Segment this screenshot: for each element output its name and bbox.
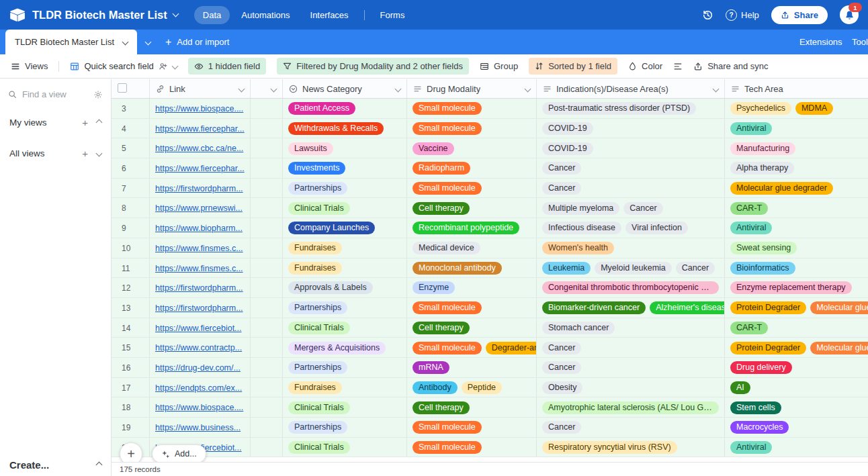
cell-indication[interactable]: Cancer: [537, 418, 725, 437]
cell-news[interactable]: Partnerships: [283, 358, 407, 377]
cell-link[interactable]: https://firstwordpharm...: [150, 278, 251, 297]
cell-spacer[interactable]: [251, 119, 283, 138]
cell-rownum[interactable]: 11: [112, 258, 150, 278]
cell-spacer[interactable]: [251, 198, 283, 218]
chevron-up-icon[interactable]: [96, 120, 103, 126]
record-link[interactable]: https://www.biospace....: [155, 403, 243, 412]
column-header-indication[interactable]: Indication(s)/Disease Area(s): [537, 79, 725, 98]
cell-indication[interactable]: Congenital thrombotic thrombocytopenic p…: [537, 278, 725, 297]
filter-button[interactable]: Filtered by Drug Modality and 2 other fi…: [277, 58, 469, 75]
cell-tech[interactable]: Antiviral: [725, 119, 868, 138]
cell-spacer[interactable]: [251, 158, 283, 178]
record-link[interactable]: https://firstwordpharm...: [155, 303, 243, 313]
cell-tech[interactable]: Protein DegraderMolecular glue degrader: [725, 338, 868, 357]
cell-news[interactable]: Fundraises: [283, 238, 407, 258]
cell-modality[interactable]: AntibodyPeptide: [407, 378, 537, 397]
row-height-button[interactable]: [673, 62, 683, 71]
record-link[interactable]: https://www.finsmes.c...: [155, 264, 243, 273]
sort-button[interactable]: Sorted by 1 field: [529, 58, 617, 75]
tab-interfaces[interactable]: Interfaces: [302, 6, 357, 24]
cell-news[interactable]: Partnerships: [283, 179, 407, 198]
cell-modality[interactable]: Small molecule: [407, 179, 537, 198]
record-link[interactable]: https://www.biopharm...: [155, 224, 243, 233]
cell-news[interactable]: Clinical Trials: [283, 198, 407, 218]
cell-rownum[interactable]: 5: [112, 138, 150, 158]
cell-indication[interactable]: Cancer: [537, 179, 725, 198]
cell-tech[interactable]: AI: [725, 378, 868, 397]
cell-spacer[interactable]: [251, 278, 283, 297]
cell-news[interactable]: Approvals & Labels: [283, 278, 407, 297]
my-views-section[interactable]: My views +: [9, 117, 101, 128]
cell-indication[interactable]: Respiratory syncytial virus (RSV): [537, 438, 725, 457]
cell-rownum[interactable]: 13: [112, 298, 150, 318]
cell-spacer[interactable]: [251, 258, 283, 278]
cell-indication[interactable]: Multiple myelomaCancer: [537, 198, 725, 218]
cell-modality[interactable]: mRNA: [407, 358, 537, 377]
add-or-import-button[interactable]: + Add or import: [165, 37, 229, 48]
cell-rownum[interactable]: 18: [112, 397, 150, 417]
record-link[interactable]: https://www.cbc.ca/ne...: [155, 144, 243, 153]
record-link[interactable]: https://firstwordpharm...: [155, 283, 243, 293]
cell-rownum[interactable]: 16: [112, 358, 150, 377]
cell-spacer[interactable]: [251, 218, 283, 238]
cell-spacer[interactable]: [251, 99, 283, 118]
cell-news[interactable]: Clinical Trials: [283, 318, 407, 338]
cell-modality[interactable]: Small molecule: [407, 438, 537, 457]
chevron-down-icon[interactable]: [96, 150, 103, 157]
cell-news[interactable]: Fundraises: [283, 258, 407, 278]
cell-link[interactable]: https://www.biospace....: [150, 99, 251, 118]
cell-news[interactable]: Fundraises: [283, 378, 407, 397]
help-button[interactable]: ? Help: [726, 9, 759, 21]
cell-tech[interactable]: Macrocycles: [725, 418, 868, 437]
cell-news[interactable]: Investments: [283, 158, 407, 178]
record-link[interactable]: https://drug-dev.com/...: [155, 363, 241, 373]
cell-spacer[interactable]: [251, 338, 283, 357]
record-link[interactable]: https://www.finsmes.c...: [155, 244, 243, 253]
cell-modality[interactable]: Small molecule: [407, 418, 537, 437]
cell-link[interactable]: https://www.cbc.ca/ne...: [150, 138, 251, 158]
cell-modality[interactable]: Small molecule: [407, 298, 537, 318]
cell-news[interactable]: Withdrawals & Recalls: [283, 119, 407, 138]
cell-spacer[interactable]: [251, 378, 283, 397]
cell-link[interactable]: https://www.fiercebiot...: [150, 318, 251, 338]
cell-tech[interactable]: Drug delivery: [725, 358, 868, 377]
cell-modality[interactable]: Medical device: [407, 238, 537, 258]
record-link[interactable]: https://www.fiercephar...: [155, 164, 245, 173]
hidden-fields-button[interactable]: 1 hidden field: [188, 58, 266, 75]
record-link[interactable]: https://www.prnewswi...: [155, 203, 243, 213]
cell-link[interactable]: https://www.biospace....: [150, 397, 251, 417]
tab-data[interactable]: Data: [194, 6, 230, 24]
cell-rownum[interactable]: 12: [112, 278, 150, 297]
cell-spacer[interactable]: [251, 238, 283, 258]
cell-spacer[interactable]: [251, 397, 283, 417]
cell-rownum[interactable]: 19: [112, 418, 150, 437]
cell-indication[interactable]: Post-traumatic stress disorder (PTSD): [537, 99, 725, 118]
table-list-expand-button[interactable]: [137, 40, 159, 44]
cell-modality[interactable]: Cell therapy: [407, 397, 537, 417]
cell-tech[interactable]: Antiviral: [725, 438, 868, 457]
cell-spacer[interactable]: [251, 298, 283, 318]
tab-forms[interactable]: Forms: [372, 6, 414, 24]
cell-news[interactable]: Partnerships: [283, 298, 407, 318]
view-switcher[interactable]: Quick search field: [70, 61, 177, 71]
cell-news[interactable]: Mergers & Acquisitions: [283, 338, 407, 357]
cell-link[interactable]: https://www.contractp...: [150, 338, 251, 357]
cell-indication[interactable]: Stomach cancer: [537, 318, 725, 338]
cell-news[interactable]: Company Launches: [283, 218, 407, 238]
color-button[interactable]: Color: [628, 61, 662, 71]
record-link[interactable]: https://www.contractp...: [155, 343, 242, 352]
history-icon[interactable]: [702, 9, 713, 21]
cell-tech[interactable]: Sweat sensing: [725, 238, 868, 258]
plus-icon[interactable]: +: [82, 117, 88, 128]
cell-rownum[interactable]: 15: [112, 338, 150, 357]
add-with-ai-button[interactable]: Add...: [152, 444, 206, 463]
column-header-modality[interactable]: Drug Modality: [407, 79, 537, 98]
column-header-news[interactable]: News Category: [283, 79, 407, 98]
cell-indication[interactable]: Women's health: [537, 238, 725, 258]
cell-tech[interactable]: Stem cells: [725, 397, 868, 417]
cell-rownum[interactable]: 8: [112, 198, 150, 218]
cell-spacer[interactable]: [251, 438, 283, 457]
cell-link[interactable]: https://www.prnewswi...: [150, 198, 251, 218]
extensions-button[interactable]: Extensions: [799, 37, 842, 47]
cell-indication[interactable]: Amyotrophic lateral sclerosis (ALS/ Lou …: [537, 397, 725, 417]
